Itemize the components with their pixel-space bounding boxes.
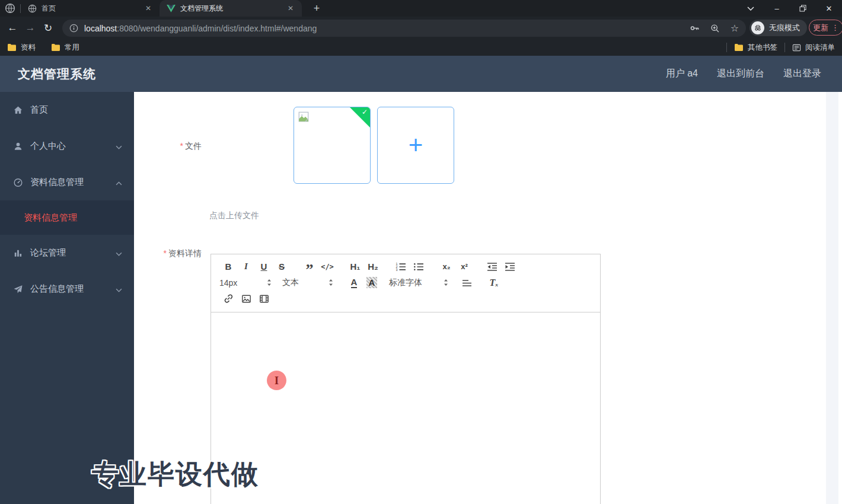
underline-button[interactable]: U: [255, 260, 273, 274]
zoom-in-icon[interactable]: [710, 24, 720, 33]
logout-link[interactable]: 退出登录: [783, 68, 821, 80]
uploaded-file-card[interactable]: ✓: [294, 107, 371, 184]
update-menu-button[interactable]: 更新 ⋮: [809, 20, 842, 36]
password-key-icon[interactable]: [690, 23, 700, 33]
background-color-letter: A: [366, 277, 378, 288]
bookmark-label: 资料: [21, 43, 36, 53]
updown-arrows-icon: [328, 279, 333, 286]
italic-button[interactable]: I: [237, 260, 255, 274]
exit-to-front-link[interactable]: 退出到前台: [717, 68, 764, 80]
bookmark-folder-changyong[interactable]: 常用: [51, 43, 79, 53]
editor-content-area[interactable]: [211, 312, 600, 504]
font-family-value: 标准字体: [389, 277, 422, 288]
superscript-button[interactable]: x²: [455, 260, 473, 274]
minimize-button[interactable]: –: [764, 0, 790, 17]
sidebar-item-label: 资料信息管理: [30, 177, 84, 188]
strikethrough-button[interactable]: S: [273, 260, 291, 274]
sidebar-item-home[interactable]: 首页: [0, 92, 134, 128]
bookmark-label: 阅读清单: [805, 43, 835, 53]
incognito-icon: [751, 21, 764, 34]
app-header: 文档管理系统 用户 a4 退出到前台 退出登录: [0, 56, 842, 92]
home-icon: [13, 106, 23, 115]
tab-close-icon[interactable]: ✕: [285, 3, 296, 14]
incognito-badge: 无痕模式: [749, 20, 807, 36]
scrollbar-gutter[interactable]: [826, 92, 838, 504]
sidebar-item-announcement-mgmt[interactable]: 公告信息管理: [0, 271, 134, 307]
tab-title: 文档管理系统: [180, 4, 285, 14]
outdent-button[interactable]: [483, 260, 501, 274]
sidebar-item-label: 公告信息管理: [30, 283, 84, 295]
heading1-button[interactable]: H₁: [346, 260, 364, 274]
bold-button[interactable]: B: [219, 260, 237, 274]
blockquote-button[interactable]: ”: [301, 260, 318, 274]
paragraph-format-dropdown[interactable]: 文本: [282, 276, 333, 290]
update-label: 更新: [813, 23, 828, 33]
back-button[interactable]: ←: [4, 22, 21, 34]
browser-tab-strip: 首页 ✕ 文档管理系统 ✕ + – ✕: [0, 0, 842, 17]
close-window-button[interactable]: ✕: [816, 0, 842, 17]
heading2-button[interactable]: H₂: [364, 260, 382, 274]
subscript-button[interactable]: x₂: [438, 260, 455, 274]
screen: 首页 ✕ 文档管理系统 ✕ + – ✕ ← → ↻ localhost:8080…: [0, 0, 842, 504]
sidebar-item-personal-center[interactable]: 个人中心: [0, 128, 134, 164]
folder-icon: [7, 43, 17, 52]
bar-chart-icon: [13, 248, 23, 258]
sidebar-item-data-info-mgmt[interactable]: 资料信息管理: [0, 164, 134, 200]
browser-toolbar: ← → ↻ localhost:8080/wendangguanli/admin…: [0, 17, 842, 39]
tab-title: 首页: [42, 4, 143, 14]
sidebar-item-label: 个人中心: [30, 141, 66, 152]
url-host: localhost: [84, 24, 117, 33]
toolbar-row-2: 14px 文本 A A 标准字体: [219, 275, 592, 291]
tab-doc-system[interactable]: 文档管理系统 ✕: [160, 0, 302, 17]
incognito-label: 无痕模式: [769, 23, 800, 33]
restore-button[interactable]: [790, 0, 816, 17]
info-icon[interactable]: [69, 24, 78, 33]
text-color-button[interactable]: A: [345, 276, 363, 290]
new-tab-button[interactable]: +: [309, 2, 324, 15]
sidebar-submenu: 资料信息管理: [0, 200, 134, 235]
globe-icon: [28, 4, 37, 13]
chevron-down-icon: [116, 284, 122, 295]
main-content: *文件 ✓ + 点击上传文件 *资料详情 B I U S ” </>: [134, 92, 842, 504]
insert-video-button[interactable]: [255, 292, 273, 306]
window-controls: – ✕: [738, 0, 842, 17]
plus-icon: +: [409, 133, 423, 158]
sidebar-subitem-data-info-mgmt-active[interactable]: 资料信息管理: [0, 200, 134, 235]
address-bar[interactable]: localhost:8080/wendangguanli/admin/dist/…: [62, 20, 746, 37]
tab-close-icon[interactable]: ✕: [143, 3, 154, 14]
reload-button[interactable]: ↻: [39, 22, 57, 34]
bookmark-star-icon[interactable]: ☆: [731, 23, 739, 34]
app-title: 文档管理系统: [18, 66, 96, 82]
tab-home[interactable]: 首页 ✕: [21, 0, 160, 17]
sidebar-item-forum-mgmt[interactable]: 论坛管理: [0, 235, 134, 271]
font-family-dropdown[interactable]: 标准字体: [389, 276, 448, 290]
chevron-up-icon: [116, 177, 122, 188]
pinned-tab[interactable]: [0, 0, 20, 17]
sidebar-item-label: 首页: [30, 104, 48, 116]
updown-arrows-icon: [267, 279, 272, 286]
sidebar-subitem-label: 资料信息管理: [24, 212, 77, 224]
background-color-button[interactable]: A: [363, 276, 381, 290]
reading-list-button[interactable]: 阅读清单: [792, 43, 835, 53]
bookmark-separator: [726, 43, 727, 52]
upload-tip: 点击上传文件: [209, 210, 259, 221]
bullet-list-button[interactable]: [410, 260, 428, 274]
insert-image-button[interactable]: [237, 292, 255, 306]
watermark-text: 专业毕设代做: [92, 457, 259, 492]
align-button[interactable]: [458, 276, 476, 290]
sidebar-item-label: 论坛管理: [30, 247, 66, 259]
indent-button[interactable]: [501, 260, 519, 274]
clear-format-button[interactable]: Tₓ: [485, 276, 503, 290]
chevron-down-icon: [116, 248, 122, 259]
code-block-button[interactable]: </>: [318, 260, 336, 274]
other-bookmarks-button[interactable]: 其他书签: [734, 43, 777, 53]
upload-add-button[interactable]: +: [377, 107, 454, 184]
bookmark-folder-ziliao[interactable]: 资料: [7, 43, 36, 53]
tab-search-chevron-icon[interactable]: [738, 0, 764, 17]
toolbar-row-1: B I U S ” </> H₁ H₂ 123 x₂ x²: [219, 259, 592, 275]
forward-button[interactable]: →: [21, 22, 39, 34]
link-button[interactable]: [219, 292, 237, 306]
url-text: localhost:8080/wendangguanli/admin/dist/…: [84, 24, 690, 33]
ordered-list-button[interactable]: 123: [392, 260, 410, 274]
font-size-dropdown[interactable]: 14px: [219, 276, 272, 290]
